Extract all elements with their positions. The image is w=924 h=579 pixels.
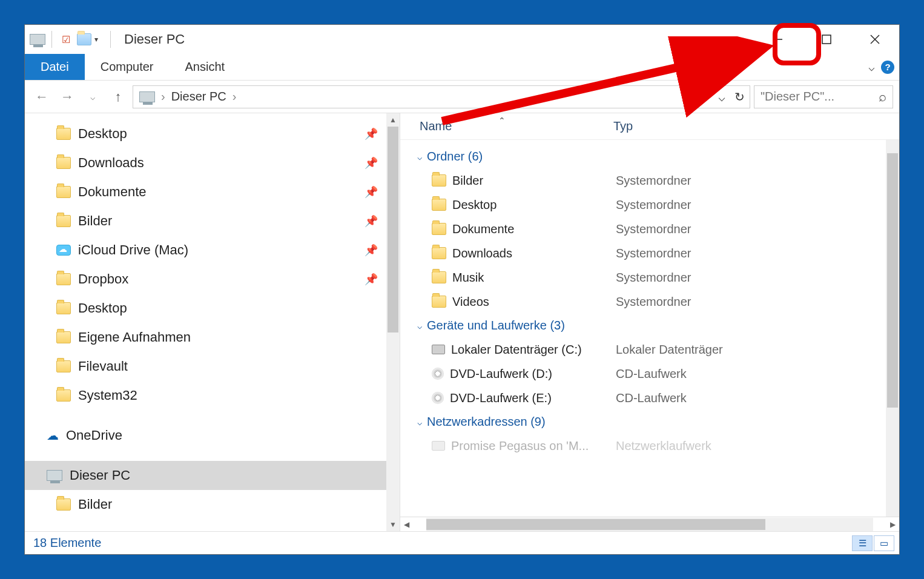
tab-ansicht[interactable]: Ansicht [170, 54, 241, 80]
breadcrumb-item[interactable]: Dieser PC [171, 90, 226, 104]
folder-icon [56, 360, 71, 372]
navpane-item[interactable]: Dokumente📌 [25, 177, 400, 207]
pin-icon: 📌 [365, 185, 378, 199]
group-label: Ordner (6) [427, 150, 483, 164]
navpane-item-label: OneDrive [66, 428, 122, 443]
refresh-icon[interactable]: ↻ [734, 90, 745, 104]
content-vscrollbar[interactable] [886, 140, 899, 517]
navpane-item[interactable]: Eigene Aufnahmen [25, 323, 400, 352]
scroll-left-icon[interactable]: ◀ [400, 520, 413, 529]
navpane-item-label: Bilder [78, 213, 112, 229]
maximize-button[interactable] [802, 25, 851, 54]
pin-icon: 📌 [365, 214, 378, 228]
column-type[interactable]: Typ [613, 119, 633, 133]
file-list: ⌵ Ordner (6)BilderSystemordnerDesktopSys… [400, 140, 899, 517]
new-folder-icon[interactable] [76, 31, 92, 47]
navpane-item[interactable]: iCloud Drive (Mac)📌 [25, 236, 400, 265]
item-name: Dokumente [452, 222, 514, 236]
navpane-item-label: Dieser PC [70, 468, 130, 483]
sort-asc-icon: ⌃ [498, 116, 506, 125]
separator [51, 31, 52, 48]
search-icon: ⌕ [879, 89, 886, 105]
details-view-button[interactable]: ☰ [852, 535, 873, 551]
list-item[interactable]: MusikSystemordner [406, 265, 899, 290]
search-placeholder: "Dieser PC"... [761, 90, 834, 104]
hscroll-thumb[interactable] [426, 519, 765, 530]
pc-icon [47, 470, 62, 481]
navpane-scroll-thumb[interactable] [388, 127, 398, 333]
group-header[interactable]: ⌵ Ordner (6) [406, 145, 899, 168]
list-item[interactable]: DVD-Laufwerk (D:)CD-Laufwerk [406, 362, 899, 386]
help-icon[interactable]: ? [881, 61, 894, 74]
forward-button[interactable]: → [56, 86, 78, 108]
list-item[interactable]: BilderSystemordner [406, 168, 899, 193]
hscroll-track[interactable] [426, 518, 873, 531]
group-label: Geräte und Laufwerke (3) [427, 319, 565, 333]
up-button[interactable]: ↑ [107, 86, 129, 108]
group-header[interactable]: ⌵ Geräte und Laufwerke (3) [406, 314, 899, 337]
chevron-down-icon: ⌵ [417, 152, 422, 162]
nav-bar: ← → ⌵ ↑ › Dieser PC › ⌵ ↻ "Dieser PC"...… [25, 81, 899, 113]
scroll-down-icon[interactable]: ▼ [389, 520, 397, 529]
pc-icon [30, 31, 45, 47]
navpane-item[interactable]: Dropbox📌 [25, 265, 400, 294]
svg-rect-1 [822, 35, 831, 44]
folder-icon [432, 296, 446, 308]
tab-datei[interactable]: Datei [25, 54, 85, 80]
close-button[interactable] [851, 25, 899, 54]
content-hscrollbar[interactable]: ◀ ▶ [400, 517, 899, 531]
item-type: Systemordner [616, 222, 691, 236]
icloud-icon [56, 245, 71, 256]
scroll-up-icon[interactable]: ▲ [389, 116, 397, 124]
tab-computer[interactable]: Computer [85, 54, 170, 80]
list-item[interactable]: Promise Pegasus on 'M...Netzwerklaufwerk [406, 434, 899, 458]
drive-icon [432, 441, 445, 451]
address-dropdown-icon[interactable]: ⌵ [718, 90, 725, 104]
list-item[interactable]: DokumenteSystemordner [406, 217, 899, 241]
navigation-pane: Desktop📌Downloads📌Dokumente📌Bilder📌iClou… [25, 113, 400, 531]
navpane-item-label: Eigene Aufnahmen [78, 329, 191, 345]
column-name[interactable]: Name ⌃ [420, 119, 613, 133]
navpane-item[interactable]: Bilder [25, 490, 400, 519]
pin-icon: 📌 [365, 243, 378, 257]
ribbon-expand-icon[interactable]: ⌵ [868, 61, 875, 74]
list-item[interactable]: Lokaler Datenträger (C:)Lokaler Datenträ… [406, 337, 899, 362]
scroll-right-icon[interactable]: ▶ [886, 520, 899, 529]
item-name: Downloads [452, 246, 512, 260]
list-item[interactable]: DesktopSystemordner [406, 193, 899, 217]
navpane-item[interactable]: Desktop [25, 294, 400, 323]
navpane-item[interactable]: Desktop📌 [25, 119, 400, 148]
item-name: DVD-Laufwerk (E:) [450, 391, 552, 405]
folder-icon [56, 331, 71, 343]
content-pane: Name ⌃ Typ ⌵ Ordner (6)BilderSystemordne… [400, 113, 899, 531]
item-type: Systemordner [616, 198, 691, 212]
navpane-item-label: iCloud Drive (Mac) [78, 242, 188, 258]
onedrive-icon: ☁ [47, 428, 59, 443]
recent-dropdown-icon[interactable]: ⌵ [82, 86, 104, 108]
list-item[interactable]: VideosSystemordner [406, 290, 899, 314]
address-bar[interactable]: › Dieser PC › ⌵ ↻ [133, 85, 750, 108]
navpane-item[interactable]: Dieser PC [25, 461, 400, 490]
folder-icon [56, 128, 71, 140]
item-name: Promise Pegasus on 'M... [451, 439, 589, 453]
group-header[interactable]: ⌵ Netzwerkadressen (9) [406, 410, 899, 434]
navpane-item[interactable]: Filevault [25, 352, 400, 381]
folder-icon [56, 273, 71, 285]
content-vscroll-thumb[interactable] [887, 153, 898, 408]
search-input[interactable]: "Dieser PC"... ⌕ [754, 85, 893, 108]
navpane-item[interactable]: Downloads📌 [25, 148, 400, 177]
item-name: Videos [452, 295, 489, 309]
minimize-button[interactable] [754, 25, 802, 54]
back-button[interactable]: ← [31, 86, 53, 108]
list-item[interactable]: DVD-Laufwerk (E:)CD-Laufwerk [406, 386, 899, 410]
navpane-item[interactable]: Bilder📌 [25, 207, 400, 236]
breadcrumb-sep: › [161, 90, 165, 104]
chevron-down-icon: ⌵ [417, 321, 422, 331]
navpane-item[interactable]: System32 [25, 381, 400, 410]
thumbnails-view-button[interactable]: ▭ [874, 535, 894, 551]
navpane-item[interactable]: ☁OneDrive [25, 421, 400, 450]
qat-dropdown-icon[interactable]: ▾ [94, 35, 98, 44]
explorer-window: ☑ ▾ Dieser PC Datei Computer Ansicht ⌵ ?… [24, 24, 900, 555]
list-item[interactable]: DownloadsSystemordner [406, 241, 899, 265]
properties-icon[interactable]: ☑ [58, 31, 74, 47]
